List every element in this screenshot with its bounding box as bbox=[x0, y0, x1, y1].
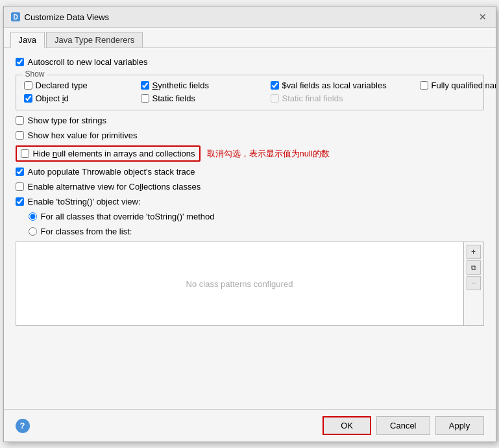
enable-alt-view-row: Enable alternative view for Collections … bbox=[16, 182, 484, 192]
autoscroll-label[interactable]: Autoscroll to new local variables bbox=[28, 57, 148, 67]
autoscroll-checkbox[interactable] bbox=[16, 58, 24, 66]
cb-synthetic-fields: Synthetic fields bbox=[141, 81, 271, 90]
enable-tostring-checkbox[interactable] bbox=[16, 197, 24, 206]
auto-populate-label[interactable]: Auto populate Throwable object's stack t… bbox=[28, 167, 195, 177]
show-type-strings-row: Show type for strings bbox=[16, 116, 484, 125]
radio-from-list-row: For classes from the list: bbox=[16, 227, 484, 236]
cb-val-fields: $val fields as local variables bbox=[271, 81, 420, 90]
object-id-label[interactable]: Object id bbox=[36, 93, 69, 103]
title-bar-left: D Customize Data Views bbox=[10, 12, 110, 22]
all-classes-label[interactable]: For all classes that override 'toString(… bbox=[41, 212, 215, 221]
dialog-icon: D bbox=[10, 12, 21, 22]
autoscroll-row: Autoscroll to new local variables bbox=[16, 57, 484, 67]
auto-populate-row: Auto populate Throwable object's stack t… bbox=[16, 167, 484, 177]
enable-alt-view-label[interactable]: Enable alternative view for Collections … bbox=[28, 182, 201, 192]
hide-null-row: Hide null elements in arrays and collect… bbox=[16, 145, 484, 162]
enable-alt-view-checkbox[interactable] bbox=[16, 182, 24, 191]
radio-all-classes-row: For all classes that override 'toString(… bbox=[16, 212, 484, 221]
list-add-button[interactable]: + bbox=[467, 245, 481, 259]
object-id-checkbox[interactable] bbox=[24, 94, 32, 103]
cb-static-fields: Static fields bbox=[141, 93, 271, 103]
enable-tostring-label[interactable]: Enable 'toString()' object view: bbox=[28, 197, 141, 206]
dialog-title: Customize Data Views bbox=[25, 12, 110, 22]
static-final-fields-checkbox bbox=[271, 94, 279, 103]
cb-fully-qualified: Fully qualified names bbox=[420, 81, 496, 90]
from-list-radio[interactable] bbox=[29, 227, 37, 236]
apply-button[interactable]: Apply bbox=[435, 416, 484, 435]
tabs-row: Java Java Type Renderers bbox=[4, 28, 496, 48]
list-copy-button[interactable]: ⧉ bbox=[467, 260, 481, 275]
show-hex-checkbox[interactable] bbox=[16, 131, 24, 140]
fully-qualified-label[interactable]: Fully qualified names bbox=[432, 81, 496, 90]
content-area: Autoscroll to new local variables Show D… bbox=[4, 48, 496, 409]
list-remove-button[interactable]: − bbox=[467, 276, 481, 290]
from-list-label[interactable]: For classes from the list: bbox=[41, 227, 132, 236]
close-button[interactable]: ✕ bbox=[476, 10, 489, 23]
hide-null-label[interactable]: Hide null elements in arrays and collect… bbox=[33, 149, 195, 158]
hide-null-highlight: Hide null elements in arrays and collect… bbox=[16, 145, 201, 162]
cancel-button[interactable]: Cancel bbox=[376, 416, 430, 435]
synthetic-fields-label[interactable]: Synthetic fields bbox=[152, 81, 209, 90]
ok-button[interactable]: OK bbox=[323, 416, 371, 435]
footer-buttons: OK Cancel Apply bbox=[323, 416, 483, 435]
list-controls: + ⧉ − bbox=[464, 242, 484, 326]
show-grid: Declared type Synthetic fields $val fiel… bbox=[24, 81, 476, 103]
footer: ? OK Cancel Apply bbox=[4, 409, 496, 442]
static-fields-checkbox[interactable] bbox=[141, 94, 149, 103]
svg-text:D: D bbox=[13, 14, 18, 21]
enable-tostring-row: Enable 'toString()' object view: bbox=[16, 197, 484, 206]
show-hex-label[interactable]: Show hex value for primitives bbox=[28, 131, 138, 140]
dialog: D Customize Data Views ✕ Java Java Type … bbox=[3, 6, 496, 442]
show-type-strings-label[interactable]: Show type for strings bbox=[28, 116, 106, 125]
title-bar: D Customize Data Views ✕ bbox=[4, 6, 496, 28]
fully-qualified-checkbox[interactable] bbox=[420, 81, 428, 90]
class-list[interactable]: No class patterns configured bbox=[16, 242, 464, 326]
synthetic-fields-checkbox[interactable] bbox=[141, 81, 149, 90]
static-fields-label[interactable]: Static fields bbox=[152, 93, 195, 103]
tab-java[interactable]: Java bbox=[10, 32, 45, 48]
static-final-fields-label: Static final fields bbox=[282, 93, 343, 103]
list-placeholder: No class patterns configured bbox=[186, 279, 293, 289]
cb-object-id: Object id bbox=[24, 93, 141, 103]
auto-populate-checkbox[interactable] bbox=[16, 168, 24, 176]
empty-cell bbox=[420, 93, 496, 103]
class-list-container: No class patterns configured + ⧉ − bbox=[16, 242, 484, 326]
declared-type-label[interactable]: Declared type bbox=[36, 81, 88, 90]
val-fields-checkbox[interactable] bbox=[271, 81, 279, 90]
val-fields-label[interactable]: $val fields as local variables bbox=[282, 81, 387, 90]
hide-null-checkbox[interactable] bbox=[21, 149, 29, 158]
show-type-strings-checkbox[interactable] bbox=[16, 116, 24, 125]
annotation-text: 取消勾选，表示显示值为null的数 bbox=[207, 148, 330, 160]
help-button[interactable]: ? bbox=[16, 419, 30, 433]
cb-declared-type: Declared type bbox=[24, 81, 141, 90]
tab-java-type-renderers[interactable]: Java Type Renderers bbox=[46, 32, 143, 47]
show-hex-row: Show hex value for primitives bbox=[16, 131, 484, 140]
show-group: Show Declared type Synthetic fields $val… bbox=[16, 75, 484, 110]
show-group-label: Show bbox=[23, 69, 47, 79]
declared-type-checkbox[interactable] bbox=[24, 81, 32, 90]
all-classes-radio[interactable] bbox=[29, 212, 37, 221]
cb-static-final-fields: Static final fields bbox=[271, 93, 420, 103]
